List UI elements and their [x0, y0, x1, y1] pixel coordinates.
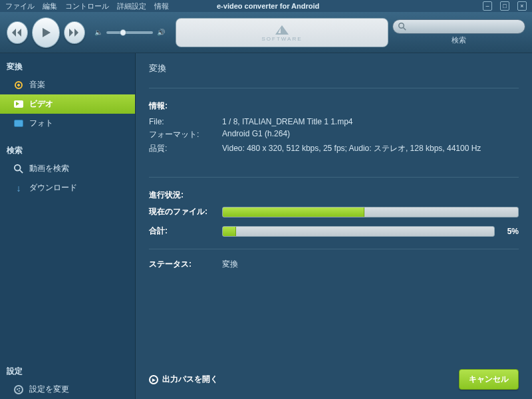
svg-line-3 — [20, 170, 23, 172]
music-icon — [13, 80, 24, 90]
menu-edit[interactable]: 編集 — [43, 1, 57, 11]
menu-file[interactable]: ファイル — [5, 1, 35, 11]
progress-bar-total — [222, 226, 495, 237]
sidebar-section-search: 検索 — [0, 141, 135, 159]
svg-point-0 — [399, 23, 404, 29]
progress-total: 合計: 5% — [149, 225, 519, 237]
progress-current: 現在のファイル: — [149, 206, 519, 217]
maximize-button[interactable]: □ — [500, 1, 509, 11]
main-panel: 変換 情報: File:1 / 8, ITALIAN_DREAM Title 1… — [136, 53, 532, 399]
play-button[interactable] — [32, 17, 61, 48]
progress-bar-current — [222, 207, 519, 217]
sidebar-section-settings: 設定 — [0, 362, 135, 380]
search-input[interactable] — [392, 19, 525, 34]
info-row-format: フォーマット:Android G1 (h.264) — [149, 129, 519, 140]
menu-control[interactable]: コントロール — [65, 1, 109, 11]
search-icon — [398, 23, 406, 31]
sidebar-item-download[interactable]: ↓ダウンロード — [0, 178, 135, 198]
volume-high-icon: 🔊 — [157, 29, 165, 36]
sidebar-item-video[interactable]: ビデオ — [0, 94, 135, 114]
app-title: e-video converter for Android — [217, 2, 319, 10]
sidebar-section-convert: 変換 — [0, 57, 135, 75]
forward-button[interactable] — [64, 21, 85, 44]
svg-point-2 — [15, 164, 21, 170]
toolbar: 🔈 🔊 SOFTWARE 検索 — [0, 12, 532, 53]
sidebar-item-change-settings[interactable]: 設定を変更 — [0, 380, 135, 399]
download-icon: ↓ — [13, 183, 24, 194]
display-panel: SOFTWARE — [176, 18, 388, 47]
rewind-button[interactable] — [7, 21, 28, 44]
open-output-path[interactable]: ▸ 出力パスを開く — [149, 374, 218, 385]
sidebar-item-photo[interactable]: フォト — [0, 114, 135, 133]
progress-total-pct: 5% — [495, 227, 519, 236]
arrow-right-icon: ▸ — [149, 375, 158, 384]
logo-icon: SOFTWARE — [261, 23, 302, 42]
cancel-button[interactable]: キャンセル — [459, 369, 519, 390]
sidebar-item-music[interactable]: 音楽 — [0, 75, 135, 94]
sidebar-item-search-video[interactable]: 動画を検索 — [0, 159, 135, 178]
close-button[interactable]: × — [517, 1, 527, 11]
status-row: ステータス: 変換 — [149, 259, 519, 270]
info-row-file: File:1 / 8, ITALIAN_DREAM Title 1 1.mp4 — [149, 117, 519, 126]
info-row-quality: 品質:Video: 480 x 320, 512 kbps, 25 fps; A… — [149, 143, 519, 154]
volume-slider[interactable]: 🔈 🔊 — [94, 29, 165, 36]
menu-info[interactable]: 情報 — [154, 1, 169, 11]
svg-line-1 — [404, 28, 406, 31]
photo-icon — [13, 118, 24, 129]
magnifier-icon — [13, 164, 24, 174]
progress-label: 進行状況: — [149, 190, 519, 201]
sidebar: 変換 音楽 ビデオ フォト 検索 動画を検索 ↓ダウンロード 設定 設定を変更 — [0, 53, 136, 399]
gear-icon — [13, 384, 24, 395]
menu-advanced[interactable]: 詳細設定 — [117, 1, 146, 11]
search-label: 検索 — [452, 35, 466, 45]
info-label: 情報: — [149, 100, 519, 112]
video-icon — [13, 99, 24, 110]
volume-low-icon: 🔈 — [94, 29, 102, 36]
menubar: ファイル 編集 コントロール 詳細設定 情報 e-video converter… — [0, 0, 532, 12]
panel-title: 変換 — [149, 63, 519, 74]
minimize-button[interactable]: – — [483, 1, 492, 11]
